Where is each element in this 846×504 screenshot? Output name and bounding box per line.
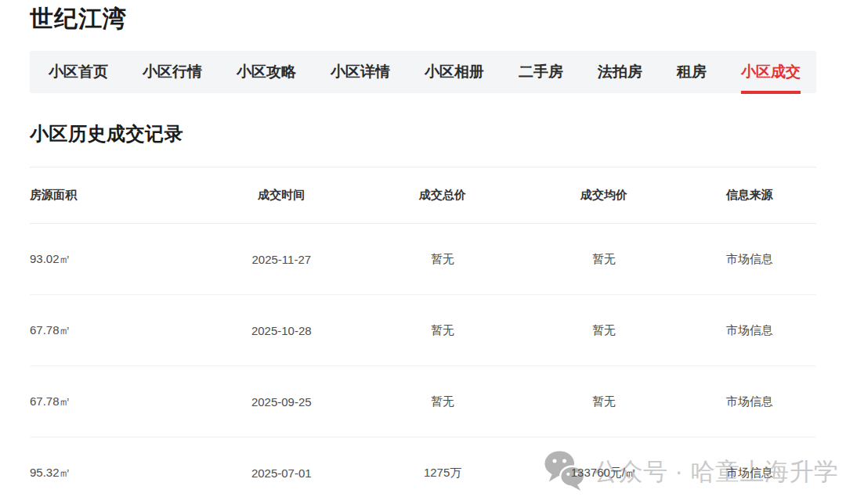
cell-area: 95.32㎡ — [30, 466, 203, 481]
cell-date: 2025-09-25 — [203, 395, 360, 409]
cell-area: 67.78㎡ — [30, 394, 203, 409]
cell-unit-price: 暂无 — [526, 394, 683, 409]
header-area: 房源面积 — [30, 188, 203, 203]
cell-area: 67.78㎡ — [30, 323, 203, 338]
tab-second-hand[interactable]: 二手房 — [519, 51, 563, 93]
cell-source: 市场信息 — [682, 466, 816, 481]
header-source: 信息来源 — [682, 188, 816, 203]
header-unit-price: 成交均价 — [526, 188, 683, 203]
cell-date: 2025-07-01 — [203, 466, 360, 480]
cell-source: 市场信息 — [682, 252, 816, 267]
cell-total-price: 暂无 — [360, 394, 526, 409]
table-row: 95.32㎡ 2025-07-01 1275万 133760元/㎡ 市场信息 — [30, 437, 816, 504]
cell-total-price: 1275万 — [360, 466, 526, 481]
tab-community-guide[interactable]: 小区攻略 — [237, 51, 296, 93]
cell-unit-price: 暂无 — [526, 323, 683, 338]
cell-date: 2025-10-28 — [203, 324, 360, 337]
cell-source: 市场信息 — [682, 394, 816, 409]
community-nav-tabs: 小区首页 小区行情 小区攻略 小区详情 小区相册 二手房 法拍房 租房 小区成交 — [30, 51, 816, 93]
cell-source: 市场信息 — [682, 323, 816, 338]
tab-foreclosure[interactable]: 法拍房 — [598, 51, 642, 93]
table-row: 67.78㎡ 2025-09-25 暂无 暂无 市场信息 — [30, 366, 816, 437]
table-row: 67.78㎡ 2025-10-28 暂无 暂无 市场信息 — [30, 295, 816, 366]
tab-community-transactions[interactable]: 小区成交 — [741, 51, 801, 93]
cell-total-price: 暂无 — [360, 323, 526, 338]
cell-unit-price: 暂无 — [526, 252, 683, 267]
page-title: 世纪江湾 — [30, 0, 816, 32]
table-row: 93.02㎡ 2025-11-27 暂无 暂无 市场信息 — [30, 224, 816, 295]
tab-community-home[interactable]: 小区首页 — [49, 51, 108, 93]
page-container: 世纪江湾 小区首页 小区行情 小区攻略 小区详情 小区相册 二手房 法拍房 租房… — [0, 0, 846, 504]
cell-date: 2025-11-27 — [203, 253, 360, 266]
cell-unit-price: 133760元/㎡ — [526, 466, 683, 481]
tab-community-detail[interactable]: 小区详情 — [331, 51, 390, 93]
table-header-row: 房源面积 成交时间 成交总价 成交均价 信息来源 — [30, 167, 816, 224]
cell-total-price: 暂无 — [360, 252, 526, 267]
transactions-table: 房源面积 成交时间 成交总价 成交均价 信息来源 93.02㎡ 2025-11-… — [30, 167, 816, 504]
cell-area: 93.02㎡ — [30, 252, 203, 267]
tab-community-album[interactable]: 小区相册 — [425, 51, 484, 93]
header-deal-date: 成交时间 — [203, 188, 360, 203]
tab-community-market[interactable]: 小区行情 — [143, 51, 202, 93]
header-total-price: 成交总价 — [360, 188, 526, 203]
section-title: 小区历史成交记录 — [30, 123, 816, 145]
tab-rent[interactable]: 租房 — [677, 51, 707, 93]
